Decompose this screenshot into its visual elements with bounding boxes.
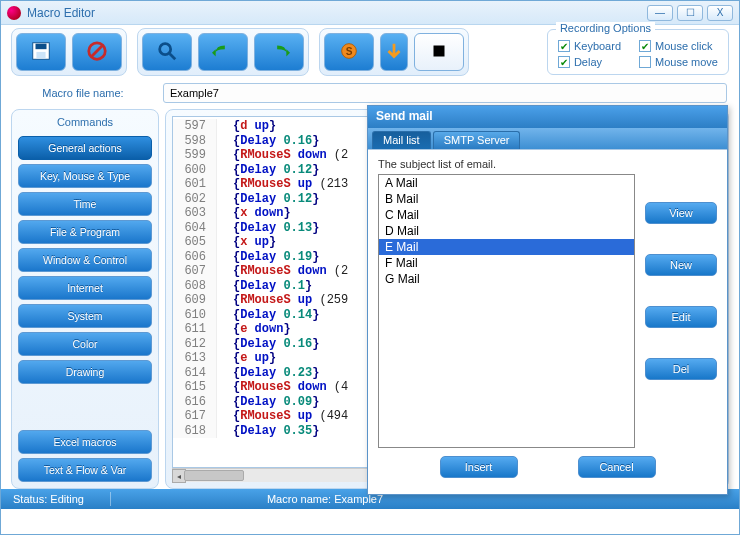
sidebar-item-internet[interactable]: Internet xyxy=(18,276,152,300)
scroll-thumb[interactable] xyxy=(184,470,244,481)
check-icon: ✔ xyxy=(558,40,570,52)
checkbox-mouse-click[interactable]: ✔Mouse click xyxy=(639,40,718,52)
view-button[interactable]: View xyxy=(645,202,717,224)
tab-smtp-server[interactable]: SMTP Server xyxy=(433,131,521,149)
checkbox-keyboard[interactable]: ✔Keyboard xyxy=(558,40,621,52)
sidebar-item-window-control[interactable]: Window & Control xyxy=(18,248,152,272)
tab-mail-list[interactable]: Mail list xyxy=(372,131,431,149)
magnifier-icon xyxy=(156,40,178,64)
commands-sidebar: Commands General actionsKey, Mouse & Typ… xyxy=(11,109,159,489)
svg-rect-9 xyxy=(434,46,445,57)
sidebar-item-color[interactable]: Color xyxy=(18,332,152,356)
send-mail-dialog: Send mail Mail listSMTP Server The subje… xyxy=(367,105,728,495)
mail-list-item[interactable]: F Mail xyxy=(379,255,634,271)
check-icon: ✔ xyxy=(639,40,651,52)
record-icon: S xyxy=(338,40,360,64)
mail-list-item[interactable]: C Mail xyxy=(379,207,634,223)
dialog-tabs: Mail listSMTP Server xyxy=(368,128,727,149)
window-title: Macro Editor xyxy=(27,6,95,20)
maximize-button[interactable]: ☐ xyxy=(677,5,703,21)
sidebar-item-time[interactable]: Time xyxy=(18,192,152,216)
close-button[interactable]: X xyxy=(707,5,733,21)
check-icon: ✔ xyxy=(558,56,570,68)
redo-arrow-icon xyxy=(268,40,290,64)
new-button[interactable]: New xyxy=(645,254,717,276)
sidebar-item-general-actions[interactable]: General actions xyxy=(18,136,152,160)
svg-point-5 xyxy=(160,44,171,55)
insert-button[interactable]: Insert xyxy=(440,456,518,478)
cancel-button[interactable] xyxy=(72,33,122,71)
svg-line-4 xyxy=(92,46,103,57)
record-button[interactable]: S xyxy=(324,33,374,71)
toolbar: S Recording Options ✔Keyboard ✔Mouse cli… xyxy=(1,25,739,79)
dialog-title: Send mail xyxy=(368,106,727,128)
dialog-cancel-button[interactable]: Cancel xyxy=(578,456,656,478)
filename-input[interactable] xyxy=(163,83,727,103)
checkbox-mouse-move[interactable]: Mouse move xyxy=(639,56,718,68)
mail-list-item[interactable]: B Mail xyxy=(379,191,634,207)
check-icon xyxy=(639,56,651,68)
undo-arrow-icon xyxy=(212,40,234,64)
sidebar-item-key-mouse-type[interactable]: Key, Mouse & Type xyxy=(18,164,152,188)
edit-button[interactable]: Edit xyxy=(645,306,717,328)
search-button[interactable] xyxy=(142,33,192,71)
svg-rect-1 xyxy=(36,44,47,50)
redo-button[interactable] xyxy=(254,33,304,71)
floppy-icon xyxy=(30,40,52,64)
svg-line-6 xyxy=(170,54,176,60)
undo-button[interactable] xyxy=(198,33,248,71)
mail-list-item[interactable]: D Mail xyxy=(379,223,634,239)
filename-label: Macro file name: xyxy=(13,87,153,99)
sidebar-item-excel-macros[interactable]: Excel macros xyxy=(18,430,152,454)
recording-options-panel: Recording Options ✔Keyboard ✔Mouse click… xyxy=(547,29,729,75)
sidebar-item-system[interactable]: System xyxy=(18,304,152,328)
sidebar-item-drawing[interactable]: Drawing xyxy=(18,360,152,384)
step-down-icon xyxy=(383,40,405,64)
save-button[interactable] xyxy=(16,33,66,71)
mail-list-item[interactable]: A Mail xyxy=(379,175,634,191)
mail-list[interactable]: A MailB MailC MailD MailE MailF MailG Ma… xyxy=(378,174,635,448)
svg-rect-2 xyxy=(36,52,45,58)
sidebar-item-file-program[interactable]: File & Program xyxy=(18,220,152,244)
checkbox-delay[interactable]: ✔Delay xyxy=(558,56,621,68)
minimize-button[interactable]: — xyxy=(647,5,673,21)
del-button[interactable]: Del xyxy=(645,358,717,380)
stop-button[interactable] xyxy=(414,33,464,71)
sidebar-title: Commands xyxy=(18,116,152,128)
sidebar-item-text-flow-var[interactable]: Text & Flow & Var xyxy=(18,458,152,482)
app-icon xyxy=(7,6,21,20)
no-entry-icon xyxy=(86,40,108,64)
svg-text:S: S xyxy=(346,46,353,57)
mail-list-item[interactable]: E Mail xyxy=(379,239,634,255)
dialog-caption: The subject list of email. xyxy=(378,158,717,170)
stop-icon xyxy=(428,40,450,64)
mail-list-item[interactable]: G Mail xyxy=(379,271,634,287)
step-button[interactable] xyxy=(380,33,408,71)
status-left: Status: Editing xyxy=(7,493,90,505)
recording-options-title: Recording Options xyxy=(556,22,655,34)
